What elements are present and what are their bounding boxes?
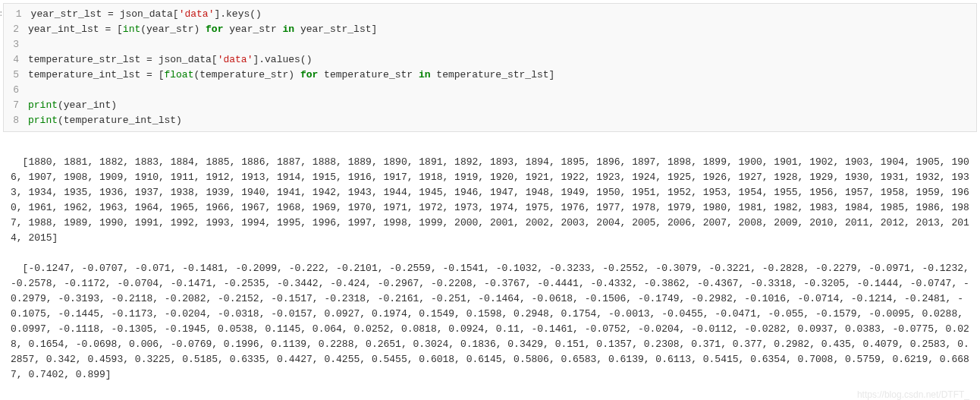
code-line: 6 [4, 83, 976, 98]
code-line: 4temperature_str_lst = json_data['data']… [4, 52, 976, 68]
code-text: temperature_int_lst = [float(temperature… [28, 68, 554, 83]
code-line: 5temperature_int_lst = [float(temperatur… [4, 68, 976, 83]
code-line: 7print(year_int) [4, 98, 976, 113]
output-temps: [-0.1247, -0.0707, -0.071, -0.1481, -0.2… [11, 263, 975, 380]
code-text: print(temperature_int_lst) [28, 113, 182, 128]
line-number: 3 [10, 37, 28, 52]
output-years: [1880, 1881, 1882, 1883, 1884, 1885, 188… [11, 156, 969, 244]
line-number: 1 [13, 7, 31, 22]
line-number: 5 [10, 68, 28, 83]
code-text: print(year_int) [28, 98, 117, 113]
line-number: 4 [10, 52, 28, 68]
code-line: 3 [4, 37, 976, 52]
code-text: year_int_lst = [int(year_str) for year_s… [28, 22, 377, 37]
line-number: 7 [10, 98, 28, 113]
line-number: 6 [10, 83, 28, 98]
code-text: year_str_lst = json_data['data'].keys() [31, 7, 262, 22]
code-cell: 1year_str_lst = json_data['data'].keys()… [3, 3, 977, 132]
code-line: 1year_str_lst = json_data['data'].keys() [7, 7, 976, 22]
watermark: https://blog.csdn.net/DTFT_ [857, 387, 969, 400]
line-number: 8 [10, 113, 28, 128]
code-text: temperature_str_lst = json_data['data'].… [28, 52, 312, 68]
code-line: 8print(temperature_int_lst) [4, 113, 976, 128]
output-cell: [1880, 1881, 1882, 1883, 1884, 1885, 188… [3, 140, 977, 400]
line-number: 2 [10, 22, 28, 37]
code-line: 2year_int_lst = [int(year_str) for year_… [4, 22, 976, 37]
cell-label: : [0, 3, 7, 18]
